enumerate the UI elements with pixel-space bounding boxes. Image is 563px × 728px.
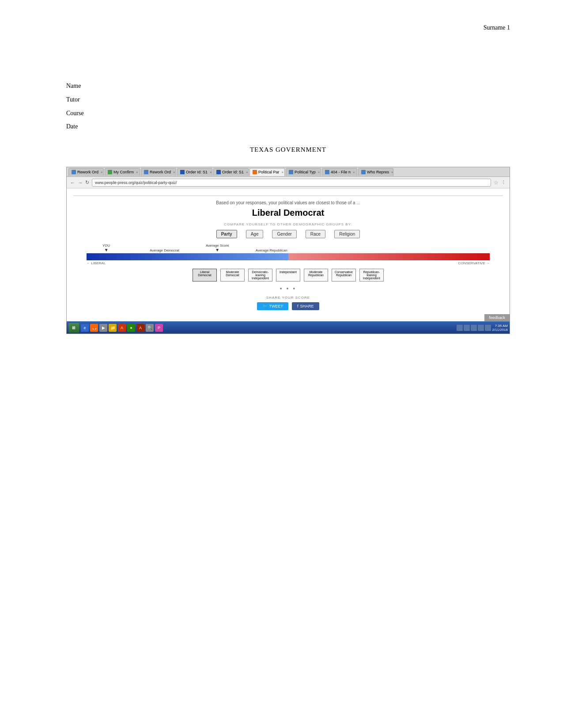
tab-label-4: Order Id: S1 <box>186 170 208 174</box>
taskbar-ie-icon[interactable]: e <box>81 324 89 332</box>
share-buttons: 🐦 TWEET f SHARE <box>73 302 503 310</box>
meta-section: Name Tutor Course Date <box>66 79 510 134</box>
party-rep-leaning-ind: Republican-leaningIndependent <box>359 269 384 281</box>
party-positions: LiberalDemocrat ModerateDemocrat Democra… <box>87 269 490 281</box>
category-buttons: Party Age Gender Race Religion <box>73 230 503 238</box>
tab-political-party[interactable]: Political Par × <box>249 168 285 176</box>
avg-rep-label: Average Republican <box>256 248 287 252</box>
tab-8[interactable]: 404 - File n × <box>322 168 357 176</box>
systray-icon-2 <box>464 325 470 331</box>
party-dem-leaning-ind: Democratic-leaningIndependent <box>248 269 272 281</box>
twitter-icon: 🐦 <box>262 304 267 308</box>
taskbar-powerpoint-icon[interactable]: P <box>155 324 163 332</box>
liberal-label: ← LIBERAL <box>87 261 106 265</box>
taskbar-chrome-icon[interactable]: ● <box>127 324 135 332</box>
facebook-icon: f <box>297 304 299 308</box>
tab-7[interactable]: Political Typ × <box>286 168 321 176</box>
tab-icon-political <box>253 170 257 174</box>
title-section: TEXAS GOVERNMENT <box>66 146 510 154</box>
tab-close-8[interactable]: × <box>353 170 355 174</box>
taskbar-pdf-icon[interactable]: A <box>118 324 126 332</box>
tab-5[interactable]: Order Id: S1 × <box>213 168 249 176</box>
pagination-dots: • • • <box>73 285 503 292</box>
start-button[interactable]: ⊞ <box>68 323 79 333</box>
bookmark-icon[interactable]: ☆ <box>494 180 499 186</box>
taskbar-adobe-icon[interactable]: A <box>136 324 144 332</box>
systray-icon-3 <box>471 325 477 331</box>
tab-label-8: 404 - File n <box>331 170 351 174</box>
taskbar-search-icon[interactable]: 🔍 <box>146 324 154 332</box>
feedback-label: feedback <box>489 315 505 320</box>
quiz-result: Liberal Democrat <box>73 208 503 218</box>
quiz-page-title <box>73 193 503 196</box>
tweet-button[interactable]: 🐦 TWEET <box>257 302 288 310</box>
tab-1[interactable]: Rework Ord × <box>68 168 104 176</box>
windows-taskbar: ⊞ e 🦊 ▶ 📁 A ● A 🔍 P 7:3 <box>67 321 510 334</box>
tab-icon-7 <box>289 170 293 174</box>
tab-icon-4 <box>180 170 185 174</box>
you-arrow: ▼ <box>104 248 109 252</box>
tab-close-political[interactable]: × <box>282 170 284 174</box>
refresh-button[interactable]: ↻ <box>85 180 89 185</box>
tab-3[interactable]: Rework Ord × <box>141 168 176 176</box>
tab-close-3[interactable]: × <box>173 170 175 174</box>
back-button[interactable]: ← <box>70 180 75 185</box>
course-label: Course <box>66 107 510 120</box>
tab-2[interactable]: My Confirm × <box>105 168 140 176</box>
url-text: www.people-press.org/quiz/political-part… <box>95 180 177 185</box>
tab-icon-9 <box>361 170 366 174</box>
tab-label-7: Political Typ <box>295 170 316 174</box>
tab-close-2[interactable]: × <box>136 170 138 174</box>
menu-icon[interactable]: ⋮ <box>501 180 506 185</box>
category-age[interactable]: Age <box>246 230 264 238</box>
spectrum-end-labels: ← LIBERAL CONSERVATIVE → <box>87 261 490 265</box>
tab-9[interactable]: Who Repres × <box>358 168 393 176</box>
tab-icon-3 <box>144 170 148 174</box>
tab-label-9: Who Repres <box>367 170 389 174</box>
system-clock: 7:35 AM 2/11/2018 <box>492 324 508 332</box>
name-label: Name <box>66 79 510 93</box>
you-label: YOU <box>102 244 110 248</box>
avg-score-label: Average Score ▼ <box>206 244 229 252</box>
tab-icon-8 <box>325 170 329 174</box>
tab-label-2: My Confirm <box>113 170 134 174</box>
browser-tabs: Rework Ord × My Confirm × Rework Ord × O… <box>67 167 510 177</box>
tab-label-3: Rework Ord <box>150 170 171 174</box>
category-race[interactable]: Race <box>306 230 325 238</box>
you-indicator: YOU ▼ <box>102 244 110 252</box>
system-tray: 7:35 AM 2/11/2018 <box>457 324 508 332</box>
taskbar-folder-icon[interactable]: 📁 <box>109 324 117 332</box>
you-pointer-row: YOU ▼ Average Democrat Average Score ▼ A… <box>73 244 503 252</box>
category-religion[interactable]: Religion <box>334 230 360 238</box>
spectrum-bar <box>87 253 490 260</box>
tab-close-5[interactable]: × <box>246 170 248 174</box>
spectrum-blue <box>87 253 288 260</box>
category-gender[interactable]: Gender <box>272 230 296 238</box>
category-party[interactable]: Party <box>216 230 237 238</box>
page: Surname 1 Name Tutor Course Date TEXAS G… <box>0 0 563 728</box>
party-moderate-republican: ModerateRepublican <box>304 269 328 281</box>
taskbar-icons: e 🦊 ▶ 📁 A ● A 🔍 P <box>81 324 163 332</box>
tab-close-1[interactable]: × <box>101 170 103 174</box>
feedback-button[interactable]: feedback <box>484 314 510 321</box>
taskbar-firefox-icon[interactable]: 🦊 <box>90 324 98 332</box>
browser-screenshot: Rework Ord × My Confirm × Rework Ord × O… <box>66 167 510 334</box>
party-moderate-democrat: ModerateDemocrat <box>220 269 245 281</box>
share-button[interactable]: f SHARE <box>292 302 319 310</box>
tab-close-4[interactable]: × <box>210 170 212 174</box>
url-bar[interactable]: www.people-press.org/quiz/political-part… <box>92 179 491 187</box>
party-independant: Independant <box>276 269 300 281</box>
browser-address-bar: ← → ↻ www.people-press.org/quiz/politica… <box>67 177 510 188</box>
systray-icon-5 <box>485 325 491 331</box>
forward-button[interactable]: → <box>78 180 83 185</box>
spectrum-red <box>288 253 490 260</box>
systray-icon-1 <box>457 325 463 331</box>
tab-close-7[interactable]: × <box>318 170 320 174</box>
systray-icons <box>457 325 491 331</box>
tab-4[interactable]: Order Id: S1 × <box>177 168 212 176</box>
tab-close-9[interactable]: × <box>391 170 393 174</box>
systray-icon-4 <box>478 325 484 331</box>
taskbar-media-icon[interactable]: ▶ <box>99 324 107 332</box>
tab-icon-1 <box>72 170 76 174</box>
tab-label-political: Political Par <box>258 170 280 174</box>
